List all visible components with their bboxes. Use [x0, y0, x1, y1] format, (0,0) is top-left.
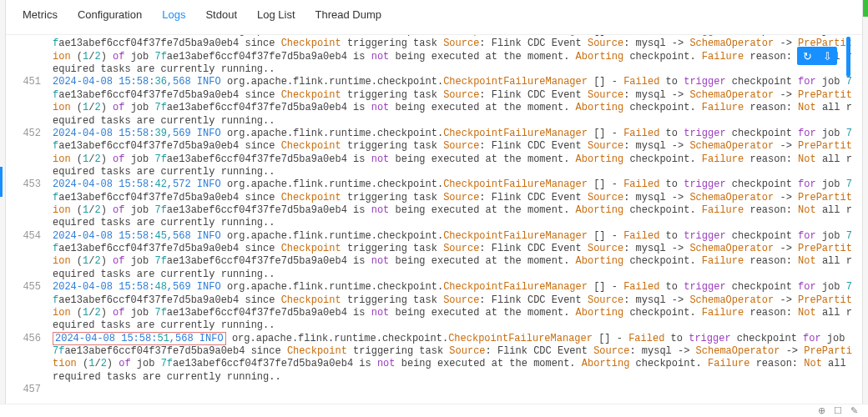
scrollbar-track[interactable] [844, 37, 850, 416]
build-status-indicator [863, 0, 868, 17]
line-number: 451 [13, 76, 53, 88]
log-line: 2024-04-08 15:58:39,569 INFO org.apache.… [53, 128, 855, 178]
line-number: 456 [13, 333, 53, 345]
log-line: 2024-04-08 15:58:51,568 INFO org.apache.… [53, 333, 855, 384]
left-gutter-marker [0, 167, 3, 197]
status-icon: ✎ [850, 405, 858, 416]
log-row: 4542024-04-08 15:58:45,568 INFO org.apac… [13, 230, 855, 281]
log-text-area[interactable]: 4502024-04-08 15:58:33,567 INFO org.apac… [6, 35, 862, 414]
tab-loglist[interactable]: Log List [257, 8, 295, 24]
line-number: 454 [13, 230, 53, 243]
download-icon[interactable]: ⇩ [817, 47, 837, 65]
tab-stdout[interactable]: Stdout [205, 8, 237, 24]
line-number: 457 [13, 384, 53, 396]
log-row: 4512024-04-08 15:58:36,568 INFO org.apac… [13, 76, 855, 127]
tab-metrics[interactable]: Metrics [23, 8, 58, 24]
log-line: 2024-04-08 15:58:36,568 INFO org.apache.… [53, 76, 855, 127]
status-icon: ⊕ [818, 405, 825, 416]
log-line: 2024-04-08 15:58:48,569 INFO org.apache.… [53, 281, 855, 332]
status-icon: ☐ [834, 405, 842, 416]
line-number: 455 [13, 281, 53, 294]
log-row: 4532024-04-08 15:58:42,572 INFO org.apac… [13, 178, 855, 229]
tab-configuration[interactable]: Configuration [78, 8, 142, 24]
line-number: 453 [13, 178, 53, 191]
scrollbar-thumb[interactable] [846, 37, 850, 77]
tab-threaddump[interactable]: Thread Dump [315, 8, 381, 24]
line-number: 450 [13, 35, 53, 38]
log-row: 4562024-04-08 15:58:51,568 INFO org.apac… [13, 333, 855, 384]
log-row: 4522024-04-08 15:58:39,569 INFO org.apac… [13, 128, 855, 178]
tab-logs[interactable]: Logs [162, 8, 185, 24]
log-toolbar: ↻ ⇩ [797, 47, 837, 65]
log-line: 2024-04-08 15:58:33,567 INFO org.apache.… [53, 35, 855, 76]
refresh-icon[interactable]: ↻ [797, 47, 817, 65]
log-row: 457 [13, 384, 855, 396]
log-line: 2024-04-08 15:58:42,572 INFO org.apache.… [53, 178, 855, 229]
log-panel: Metrics Configuration Logs Stdout Log Li… [5, 0, 863, 417]
ide-status-bar: ⊕ ☐ ✎ [0, 404, 868, 417]
tab-bar: Metrics Configuration Logs Stdout Log Li… [6, 0, 862, 35]
log-line: 2024-04-08 15:58:45,568 INFO org.apache.… [53, 230, 855, 281]
line-number: 452 [13, 128, 53, 140]
log-row: 4552024-04-08 15:58:48,569 INFO org.apac… [13, 281, 855, 332]
log-row: 4502024-04-08 15:58:33,567 INFO org.apac… [13, 35, 855, 76]
